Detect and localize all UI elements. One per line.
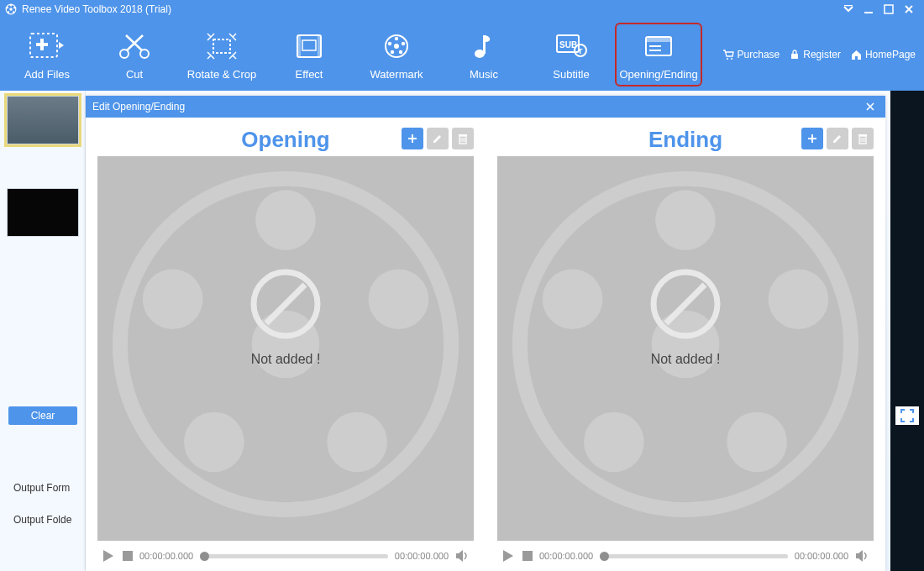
svg-rect-16 — [297, 35, 321, 57]
fullscreen-button[interactable] — [895, 406, 919, 425]
cut-button[interactable]: Cut — [91, 23, 178, 86]
svg-rect-28 — [483, 35, 486, 54]
svg-point-4 — [13, 11, 14, 13]
purchase-link[interactable]: Purchase — [722, 49, 780, 60]
opening-placeholder: Not added ! — [251, 352, 321, 367]
homepage-link[interactable]: HomePage — [851, 49, 916, 60]
clip-thumbnail-1[interactable] — [7, 96, 79, 144]
svg-point-25 — [391, 50, 394, 53]
svg-point-59 — [655, 190, 716, 250]
effect-button[interactable]: Effect — [265, 23, 353, 86]
watermark-button[interactable]: Watermark — [353, 23, 440, 86]
ending-placeholder: Not added ! — [651, 352, 721, 367]
opening-seek-slider[interactable] — [200, 554, 388, 558]
music-icon — [471, 29, 496, 63]
subtitle-label: Subtitle — [553, 68, 589, 81]
svg-point-48 — [327, 412, 387, 473]
subtitle-button[interactable]: SUBT Subtitle — [528, 23, 615, 86]
watermark-label: Watermark — [370, 68, 423, 81]
workspace: Clear Output Form Output Folde Edit Open… — [0, 91, 924, 571]
menu-dropdown-button[interactable] — [838, 0, 858, 18]
ending-edit-button[interactable] — [827, 128, 848, 149]
scissors-icon — [118, 29, 151, 63]
ending-delete-button[interactable] — [852, 128, 874, 149]
music-button[interactable]: Music — [440, 23, 528, 86]
svg-rect-41 — [408, 138, 417, 139]
opening-delete-button[interactable] — [452, 128, 474, 149]
opening-stop-button[interactable] — [123, 551, 133, 561]
no-entry-icon — [649, 268, 722, 340]
clear-label: Clear — [31, 410, 55, 422]
edit-opening-ending-modal: Edit Opening/Ending Opening — [86, 96, 885, 571]
svg-point-2 — [10, 4, 12, 6]
ending-seek-slider[interactable] — [600, 554, 788, 558]
purchase-label: Purchase — [738, 49, 780, 60]
modal-close-button[interactable] — [862, 102, 879, 112]
svg-point-61 — [727, 412, 787, 473]
output-folder-label: Output Folde — [13, 514, 71, 526]
svg-point-49 — [184, 412, 244, 473]
clip-thumbnail-2[interactable] — [7, 188, 79, 237]
subtitle-icon: SUBT — [555, 29, 587, 63]
lock-icon — [790, 50, 800, 60]
svg-point-46 — [255, 190, 316, 250]
ending-volume-button[interactable] — [855, 549, 870, 563]
ending-play-button[interactable] — [501, 548, 516, 563]
close-button[interactable] — [899, 0, 919, 18]
effect-icon — [294, 29, 324, 63]
svg-point-62 — [584, 412, 644, 473]
preview-strip — [890, 91, 924, 571]
opening-add-button[interactable] — [402, 128, 423, 149]
svg-rect-54 — [808, 138, 816, 139]
svg-line-52 — [266, 285, 305, 323]
modal-titlebar: Edit Opening/Ending — [86, 96, 885, 118]
ending-controls: 00:00:00.000 00:00:00.000 — [497, 541, 874, 571]
register-link[interactable]: Register — [790, 49, 841, 60]
ending-time-start: 00:00:00.000 — [539, 551, 593, 561]
modal-title: Edit Opening/Ending — [92, 101, 185, 113]
maximize-button[interactable] — [879, 0, 899, 18]
svg-line-65 — [666, 285, 705, 323]
svg-point-38 — [731, 58, 732, 60]
app-title: Renee Video Toolbox 2018 (Trial) — [22, 3, 171, 15]
cart-icon — [722, 50, 734, 60]
svg-point-22 — [395, 36, 398, 39]
ending-add-button[interactable] — [801, 128, 823, 149]
svg-rect-17 — [297, 35, 301, 57]
svg-point-6 — [7, 7, 8, 8]
opening-time-end: 00:00:00.000 — [395, 551, 449, 561]
svg-rect-8 — [864, 12, 873, 13]
svg-point-3 — [13, 7, 15, 8]
svg-rect-35 — [649, 45, 661, 47]
opening-ending-label: Opening/Ending — [619, 68, 697, 81]
svg-rect-15 — [213, 39, 230, 53]
register-label: Register — [803, 49, 841, 60]
no-entry-icon — [249, 268, 322, 340]
music-label: Music — [470, 68, 498, 81]
svg-point-23 — [402, 41, 405, 45]
header-links: Purchase Register HomePage — [722, 49, 921, 60]
svg-rect-34 — [646, 37, 671, 42]
svg-text:T: T — [578, 47, 583, 55]
ending-stop-button[interactable] — [522, 551, 533, 561]
svg-rect-56 — [858, 134, 867, 136]
svg-point-26 — [388, 41, 391, 45]
rotate-crop-button[interactable]: Rotate & Crop — [178, 23, 265, 86]
svg-point-1 — [9, 8, 13, 11]
opening-pane: Opening Not added ! — [97, 123, 474, 571]
opening-ending-button[interactable]: Opening/Ending — [615, 23, 702, 86]
opening-time-start: 00:00:00.000 — [139, 551, 193, 561]
main-toolbar: Add Files Cut Rotate & Crop Effect Water… — [0, 18, 924, 91]
svg-point-24 — [399, 50, 402, 53]
svg-rect-43 — [459, 134, 467, 136]
output-format-label: Output Form — [13, 482, 71, 494]
opening-controls: 00:00:00.000 00:00:00.000 — [97, 541, 474, 571]
opening-play-button[interactable] — [101, 548, 116, 563]
minimize-button[interactable] — [858, 0, 879, 18]
clear-button[interactable]: Clear — [8, 406, 77, 425]
modal-body: Opening Not added ! — [86, 118, 885, 571]
opening-edit-button[interactable] — [427, 128, 449, 149]
titlebar: Renee Video Toolbox 2018 (Trial) — [0, 0, 924, 18]
opening-volume-button[interactable] — [455, 549, 470, 563]
add-files-button[interactable]: Add Files — [3, 23, 91, 86]
